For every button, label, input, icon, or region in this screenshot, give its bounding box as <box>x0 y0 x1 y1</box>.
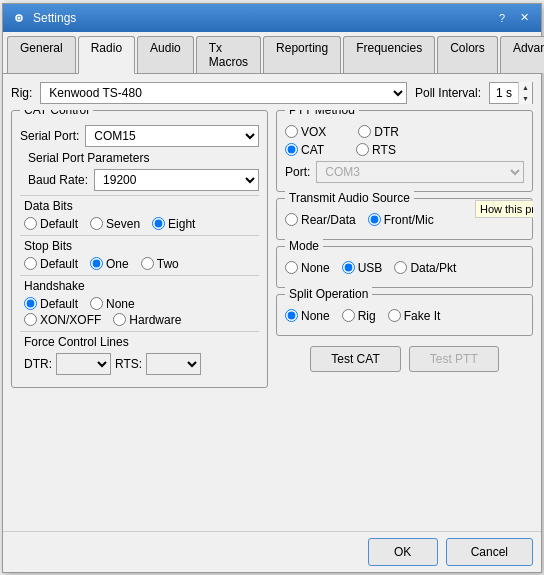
poll-up-arrow[interactable]: ▲ <box>519 82 532 93</box>
tab-audio[interactable]: Audio <box>137 36 194 73</box>
rts-label: RTS: <box>115 357 142 371</box>
ptt-row1: VOX DTR <box>285 125 524 139</box>
rig-select[interactable]: Kenwood TS-480 <box>40 82 407 104</box>
svg-point-1 <box>18 16 21 19</box>
stop-bits-one[interactable]: One <box>90 257 129 271</box>
ptt-cat-radio[interactable] <box>285 143 298 156</box>
serial-port-params-label: Serial Port Parameters <box>28 151 259 165</box>
poll-interval-input[interactable] <box>490 83 518 103</box>
rts-select[interactable] <box>146 353 201 375</box>
tab-bar: General Radio Audio Tx Macros Reporting … <box>3 32 541 74</box>
settings-icon <box>11 10 27 26</box>
baud-rate-select[interactable]: 19200 <box>94 169 259 191</box>
data-bits-eight[interactable]: Eight <box>152 217 195 231</box>
split-none[interactable]: None <box>285 309 330 323</box>
mode-none-radio[interactable] <box>285 261 298 274</box>
baud-rate-row: Baud Rate: 19200 <box>28 169 259 191</box>
audio-front[interactable]: Front/Mic <box>368 213 434 227</box>
data-bits-seven[interactable]: Seven <box>90 217 140 231</box>
poll-down-arrow[interactable]: ▼ <box>519 93 532 104</box>
ptt-row2: CAT RTS <box>285 143 524 157</box>
stop-bits-one-radio[interactable] <box>90 257 103 270</box>
poll-label: Poll Interval: <box>415 86 481 100</box>
ptt-port-select[interactable]: COM3 <box>316 161 524 183</box>
force-control-label: Force Control Lines <box>24 335 259 349</box>
mode-title: Mode <box>285 239 323 253</box>
ptt-rts[interactable]: RTS <box>356 143 396 157</box>
data-bits-label: Data Bits <box>24 199 259 213</box>
handshake-label: Handshake <box>24 279 259 293</box>
tab-reporting[interactable]: Reporting <box>263 36 341 73</box>
ptt-rts-radio[interactable] <box>356 143 369 156</box>
handshake-none[interactable]: None <box>90 297 135 311</box>
test-cat-button[interactable]: Test CAT <box>310 346 400 372</box>
ptt-dtr[interactable]: DTR <box>358 125 399 139</box>
split-none-radio[interactable] <box>285 309 298 322</box>
stop-bits-two-radio[interactable] <box>141 257 154 270</box>
ptt-port-row: Port: COM3 <box>285 161 524 183</box>
serial-port-select[interactable]: COM15 <box>85 125 259 147</box>
mode-group: Mode None USB Data/Pkt <box>276 246 533 288</box>
poll-interval-spinner: ▲ ▼ <box>489 82 533 104</box>
handshake-default[interactable]: Default <box>24 297 78 311</box>
dtr-label: DTR: <box>24 357 52 371</box>
dtr-rts-row: DTR: RTS: <box>24 353 259 375</box>
tab-frequencies[interactable]: Frequencies <box>343 36 435 73</box>
ptt-vox-radio[interactable] <box>285 125 298 138</box>
serial-port-label: Serial Port: <box>20 129 79 143</box>
transmit-audio-title: Transmit Audio Source <box>285 191 414 205</box>
tab-tx-macros[interactable]: Tx Macros <box>196 36 261 73</box>
mode-row: None USB Data/Pkt <box>285 261 524 275</box>
dtr-select[interactable] <box>56 353 111 375</box>
handshake-row: Default None <box>24 297 259 311</box>
split-fakeit-radio[interactable] <box>388 309 401 322</box>
handshake-xon[interactable]: XON/XOFF <box>24 313 101 327</box>
audio-rear[interactable]: Rear/Data <box>285 213 356 227</box>
ptt-dtr-radio[interactable] <box>358 125 371 138</box>
data-bits-eight-radio[interactable] <box>152 217 165 230</box>
title-bar: Settings ? ✕ <box>3 4 541 32</box>
stop-bits-default-radio[interactable] <box>24 257 37 270</box>
ptt-vox[interactable]: VOX <box>285 125 326 139</box>
mode-datapkt-radio[interactable] <box>394 261 407 274</box>
ok-button[interactable]: OK <box>368 538 438 566</box>
split-rig[interactable]: Rig <box>342 309 376 323</box>
data-bits-seven-radio[interactable] <box>90 217 103 230</box>
cat-control-group: CAT Control Serial Port: COM15 Serial Po… <box>11 110 268 388</box>
mode-datapkt[interactable]: Data/Pkt <box>394 261 456 275</box>
panel-right: PTT Method VOX DTR <box>276 110 533 523</box>
ptt-cat[interactable]: CAT <box>285 143 324 157</box>
handshake-default-radio[interactable] <box>24 297 37 310</box>
audio-rear-radio[interactable] <box>285 213 298 226</box>
handshake-xon-radio[interactable] <box>24 313 37 326</box>
mode-usb-radio[interactable] <box>342 261 355 274</box>
handshake-row2: XON/XOFF Hardware <box>24 313 259 327</box>
mode-none[interactable]: None <box>285 261 330 275</box>
split-rig-radio[interactable] <box>342 309 355 322</box>
cat-control-title: CAT Control <box>20 110 93 117</box>
bottom-bar: OK Cancel <box>3 531 541 572</box>
stop-bits-label: Stop Bits <box>24 239 259 253</box>
data-bits-default-radio[interactable] <box>24 217 37 230</box>
data-bits-default[interactable]: Default <box>24 217 78 231</box>
audio-front-radio[interactable] <box>368 213 381 226</box>
cancel-button[interactable]: Cancel <box>446 538 533 566</box>
handshake-hardware[interactable]: Hardware <box>113 313 181 327</box>
split-operation-group: Split Operation None Rig Fake It <box>276 294 533 336</box>
stop-bits-row: Default One Two <box>24 257 259 271</box>
stop-bits-default[interactable]: Default <box>24 257 78 271</box>
close-button[interactable]: ✕ <box>515 9 533 27</box>
mode-usb[interactable]: USB <box>342 261 383 275</box>
help-button[interactable]: ? <box>493 9 511 27</box>
tab-advanced[interactable]: Advanced <box>500 36 544 73</box>
tab-general[interactable]: General <box>7 36 76 73</box>
settings-window: Settings ? ✕ General Radio Audio Tx Macr… <box>2 3 542 573</box>
tab-colors[interactable]: Colors <box>437 36 498 73</box>
tab-radio[interactable]: Radio <box>78 36 135 74</box>
data-bits-row: Default Seven Eight <box>24 217 259 231</box>
stop-bits-two[interactable]: Two <box>141 257 179 271</box>
split-fakeit[interactable]: Fake It <box>388 309 441 323</box>
test-ptt-button[interactable]: Test PTT <box>409 346 499 372</box>
handshake-hardware-radio[interactable] <box>113 313 126 326</box>
handshake-none-radio[interactable] <box>90 297 103 310</box>
